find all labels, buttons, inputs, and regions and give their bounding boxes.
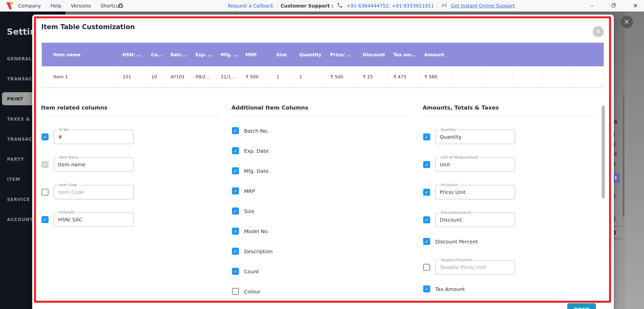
request-callback-link[interactable]: Request a Callback: [228, 3, 273, 9]
table-cell: ₹ 560: [420, 66, 453, 87]
checkbox-label: Tax Amount: [435, 285, 465, 292]
section-heading: Amounts, Totals & Taxes: [423, 105, 599, 111]
overlay-close-icon[interactable]: ✕: [620, 16, 633, 28]
quantity-field[interactable]: QuantityQuantity: [435, 130, 515, 144]
field-value: Unit: [440, 162, 450, 168]
table-header-cell: Co…: [147, 43, 166, 66]
table-cell: ₹ 500: [326, 66, 358, 87]
taxable-price-unit-field[interactable]: Taxable Price/UnitTaxable Price/ Unit: [435, 260, 515, 275]
option-discount-amount: ✓Discount/AmountDiscount: [423, 213, 599, 227]
unit-of-measurement-field[interactable]: Unit Of MeasurementUnit: [435, 157, 515, 172]
table-header-cell: Quantity: [295, 43, 326, 66]
option-discount-percent: ✓Discount Percent: [423, 238, 599, 245]
modal-scrollbar-thumb[interactable]: [602, 106, 605, 198]
customer-support-label: Customer Support :: [281, 3, 334, 9]
checkbox-label: Count: [244, 268, 259, 275]
taxable-price-unit-checkbox[interactable]: [423, 264, 430, 271]
checkbox-label: Discount Percent: [435, 238, 478, 245]
discount-amount-checkbox[interactable]: ✓: [423, 216, 430, 223]
app-window: Company Help Versions Shortcuts Request …: [0, 0, 644, 309]
discount-percent-checkbox[interactable]: ✓: [423, 238, 430, 245]
field-label: SI No.: [58, 128, 71, 132]
option-exp-date: ✓Exp. Date: [231, 147, 410, 155]
section-additional-item-columns: Additional Item Columns✓Batch No.✓Exp. D…: [231, 105, 410, 303]
price-unit-field[interactable]: Price/UnitPrice/ Unit: [435, 185, 515, 199]
colour-checkbox[interactable]: [232, 288, 239, 295]
background-panel: [625, 12, 644, 309]
discount-amount-field[interactable]: Discount/AmountDiscount: [435, 213, 515, 227]
quantity-checkbox[interactable]: ✓: [423, 133, 430, 140]
menubar-items: Company Help Versions Shortcuts: [18, 0, 123, 12]
table-header-cell: Discount: [358, 43, 389, 66]
checkbox-label: Size: [244, 208, 254, 215]
count-checkbox[interactable]: ✓: [232, 268, 239, 275]
item-table-customization-modal: Item Table Customization ✕ Item nameHSN/…: [32, 15, 614, 309]
close-window-button[interactable]: ✕: [632, 2, 639, 9]
section-heading: Item related columns: [41, 105, 220, 111]
table-cell: 09/2…: [191, 66, 216, 87]
table-cell: ₹ 475: [389, 66, 420, 87]
option-taxable-price-unit: Taxable Price/UnitTaxable Price/ Unit: [423, 260, 599, 275]
online-support-link[interactable]: Get Instant Online Support: [451, 3, 515, 9]
table-cell: [573, 66, 604, 87]
description-checkbox[interactable]: ✓: [232, 248, 239, 255]
field-value: #: [58, 134, 62, 140]
checkbox-label: Batch No.: [244, 127, 268, 134]
field-value: Item Code: [58, 189, 84, 195]
size-checkbox[interactable]: ✓: [232, 208, 239, 215]
option-tax-amount: ✓Tax Amount: [423, 285, 599, 293]
table-header-cell: Amount: [420, 43, 453, 66]
section-divider: [41, 115, 220, 116]
field-label: Unit Of Measurement: [439, 155, 480, 159]
price-unit-checkbox[interactable]: ✓: [423, 189, 430, 196]
option-quantity: ✓QuantityQuantity: [423, 130, 599, 144]
done-button[interactable]: DONE: [567, 303, 596, 309]
restore-button[interactable]: [610, 2, 617, 9]
section-divider: [231, 115, 410, 116]
hsn-sac-checkbox[interactable]: ✓: [42, 216, 49, 223]
checkbox-label: Exp. Date: [244, 147, 269, 154]
table-header-cell: [543, 43, 573, 66]
checkbox-label: Colour: [244, 288, 260, 295]
menu-company[interactable]: Company: [18, 3, 41, 9]
window-controls: – ✕: [589, 0, 640, 12]
tax-amount-checkbox[interactable]: ✓: [423, 285, 430, 292]
item-name-checkbox: ✓: [42, 161, 49, 168]
support-phone-numbers[interactable]: +91-6364444752, +91-9333911911: [346, 3, 434, 9]
option-unit-of-measurement: ✓Unit Of MeasurementUnit: [423, 157, 599, 172]
menu-help[interactable]: Help: [50, 3, 61, 9]
si-no-checkbox[interactable]: ✓: [42, 133, 49, 140]
si-no-field[interactable]: SI No.#: [54, 130, 134, 144]
table-header-cell: [513, 43, 543, 66]
table-header-cell: [483, 43, 513, 66]
refresh-icon[interactable]: [117, 3, 124, 9]
option-hsn-sac: ✓HSN/SACHSN/ SAC: [41, 212, 220, 227]
exp-date-checkbox[interactable]: ✓: [232, 147, 239, 154]
background-scrollbar[interactable]: [622, 95, 624, 217]
mfg-date-checkbox[interactable]: ✓: [232, 167, 239, 174]
item-code-checkbox[interactable]: [42, 189, 49, 196]
hsn-sac-field[interactable]: HSN/SACHSN/ SAC: [54, 212, 134, 227]
option-count: ✓Count: [231, 268, 410, 275]
table-header-cell: Tax am…: [389, 43, 420, 66]
checkbox-label: Model No.: [244, 228, 269, 235]
unit-of-measurement-checkbox[interactable]: ✓: [423, 161, 430, 168]
table-cell: Item 1: [49, 66, 118, 87]
option-si-no: ✓SI No.#: [41, 130, 220, 144]
option-mfg-date: ✓Mfg. Date: [231, 167, 410, 175]
table-header-cell: Batc…: [166, 43, 191, 66]
checkbox-label: Mfg. Date: [244, 167, 269, 174]
mrp-checkbox[interactable]: ✓: [232, 187, 239, 194]
support-cluster: Request a Callback Customer Support : +9…: [228, 0, 515, 12]
item-code-field[interactable]: Item CodeItem Code: [54, 185, 134, 199]
model-no-checkbox[interactable]: ✓: [232, 228, 239, 235]
minimize-button[interactable]: –: [589, 2, 596, 9]
field-value: Item name: [58, 162, 86, 168]
table-header-cell: Size: [272, 43, 295, 66]
item-name-field[interactable]: Item NameItem name: [54, 157, 134, 172]
modal-close-icon[interactable]: ✕: [593, 26, 604, 37]
batch-no-checkbox[interactable]: ✓: [232, 127, 239, 134]
option-colour: Colour: [231, 288, 410, 295]
field-label: Quantity: [439, 128, 458, 132]
menu-versions[interactable]: Versions: [71, 3, 91, 9]
